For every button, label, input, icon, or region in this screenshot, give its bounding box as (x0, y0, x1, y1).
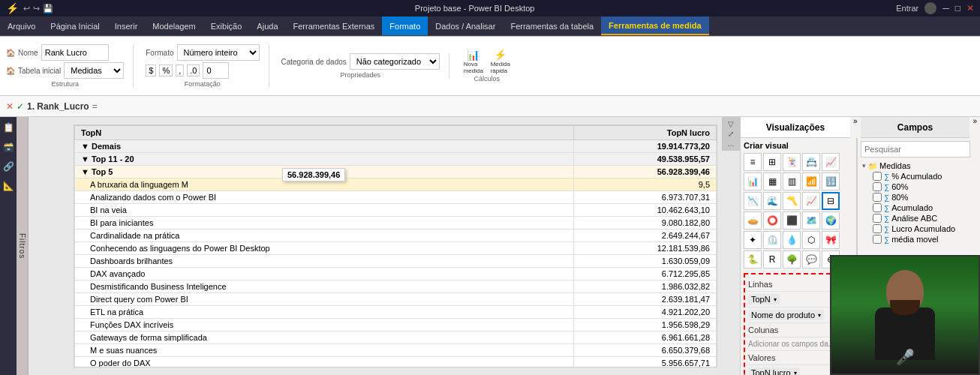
percent-btn[interactable]: % (159, 64, 173, 76)
field-checkbox[interactable] (873, 235, 882, 244)
tabela-inicial-select[interactable]: Medidas (64, 62, 124, 79)
panel-tab-campos[interactable]: Campos (861, 117, 970, 138)
viz-stacked-area[interactable]: 〽️ (783, 192, 801, 210)
topn-lucro-value: TopN lucro ▾ (748, 368, 800, 375)
viz-filled-map[interactable]: 🌍 (822, 212, 840, 230)
viz-multirow[interactable]: 📇 (802, 153, 820, 171)
menu-dados-analisar[interactable]: Dados / Analisar (428, 16, 503, 35)
viz-stacked-bar[interactable]: ▦ (763, 172, 781, 190)
close-formula-icon[interactable]: ✕ (6, 101, 14, 112)
categoria-label: Categoria de dados (281, 58, 347, 66)
cell-value: 56.928.399,46 (573, 166, 717, 178)
field-checkbox[interactable] (873, 193, 882, 202)
viz-funnel[interactable]: ⬡ (802, 231, 820, 249)
formato-select[interactable]: Número inteiro (177, 44, 260, 61)
row-expand-icon[interactable]: ▼ (81, 167, 92, 176)
viz-stacked-col[interactable]: 🔢 (822, 172, 840, 190)
fields-search[interactable] (861, 141, 970, 158)
field-checkbox[interactable] (873, 214, 882, 223)
field-icon: ∑ (884, 204, 889, 212)
currency-btn[interactable]: $ (146, 64, 156, 76)
viz-donut[interactable]: ⭕ (763, 212, 781, 230)
viz-treemap[interactable]: ⬛ (783, 212, 801, 230)
nome-input[interactable] (41, 44, 109, 61)
viz-map[interactable]: 🗺️ (802, 212, 820, 230)
field-item[interactable]: ∑ média movel (861, 234, 970, 244)
viz-nar[interactable]: 💬 (802, 250, 820, 268)
focus-icon[interactable]: ⤢ (728, 130, 734, 138)
field-checkbox[interactable] (873, 172, 882, 181)
menu-formato[interactable]: Formato (382, 16, 428, 35)
entrar-button[interactable]: Entrar (896, 4, 918, 13)
panel-tab-visualizacoes[interactable]: Visualizações (741, 117, 850, 138)
topn-lucro-arrow: ▾ (794, 370, 797, 376)
confirm-formula-icon[interactable]: ✓ (17, 101, 24, 112)
minimize-icon[interactable]: ─ (942, 3, 949, 14)
filters-sidebar[interactable]: Filtros (17, 117, 29, 375)
title-bar-left: ⚡ ↩ ↪ 💾 (6, 2, 53, 14)
maximize-icon[interactable]: □ (955, 3, 960, 14)
viz-scatter[interactable]: ✦ (744, 231, 762, 249)
viz-matrix[interactable]: ⊞ (763, 153, 781, 171)
viz-bar[interactable]: 📊 (744, 172, 762, 190)
menu-ferramentas-tabela[interactable]: Ferramentas da tabela (503, 16, 601, 35)
table-row: Cardinalidade na prática2.649.244,67 (75, 230, 717, 242)
decimal-decrease-btn[interactable]: .0 (187, 64, 200, 76)
viz-r[interactable]: R (763, 250, 781, 268)
menu-ajuda[interactable]: Ajuda (249, 16, 285, 35)
viz-matrix-active[interactable]: ⊟ (822, 192, 840, 210)
nav-dax-icon[interactable]: 📐 (1, 178, 17, 194)
close-icon[interactable]: ✕ (966, 3, 974, 14)
menu-exibicao[interactable]: Exibição (203, 16, 250, 35)
viz-100-bar[interactable]: ▥ (783, 172, 801, 190)
viz-line-cluster[interactable]: 📈 (802, 192, 820, 210)
viz-decomp[interactable]: 🌳 (783, 250, 801, 268)
viz-area[interactable]: 🌊 (763, 192, 781, 210)
viz-line[interactable]: 📉 (744, 192, 762, 210)
viz-ribbon[interactable]: 🎀 (822, 231, 840, 249)
nova-medida-btn[interactable]: 📊 Novamedida (461, 50, 485, 74)
field-item[interactable]: ∑ Lucro Acumulado (861, 224, 970, 234)
group-name: Demais (92, 142, 121, 151)
comma-btn[interactable]: , (176, 64, 184, 76)
viz-cluster-col[interactable]: 📶 (802, 172, 820, 190)
viz-card[interactable]: 🃏 (783, 153, 801, 171)
user-avatar[interactable] (924, 2, 936, 14)
field-checkbox[interactable] (873, 182, 882, 191)
formula-input[interactable] (101, 101, 974, 112)
viz-waterfall[interactable]: 💧 (783, 231, 801, 249)
viz-table[interactable]: ≡ (744, 153, 762, 171)
nav-data-icon[interactable]: 🗃️ (1, 140, 17, 154)
viz-gauge[interactable]: ⏲️ (763, 231, 781, 249)
field-item[interactable]: ∑ 60% (861, 182, 970, 192)
viz-kpi[interactable]: 📈 (822, 153, 840, 171)
menu-modelagem[interactable]: Modelagem (145, 16, 203, 35)
medidas-section[interactable]: ▾ 📁 Medidas (861, 160, 970, 171)
categoria-dados-select[interactable]: Não categorizado (350, 53, 440, 70)
field-item[interactable]: ∑ Análise ABC (861, 213, 970, 224)
menu-pagina-inicial[interactable]: Página Inicial (43, 16, 107, 35)
field-item[interactable]: ∑ Acumulado (861, 202, 970, 213)
menu-ferramentas-medida[interactable]: Ferramentas de medida (601, 16, 709, 35)
row-expand-icon[interactable]: ▼ (81, 154, 92, 164)
menu-arquivo[interactable]: Arquivo (0, 16, 43, 35)
viz-python[interactable]: 🐍 (744, 250, 762, 268)
nav-report-icon[interactable]: 📋 (1, 120, 17, 135)
viz-pie[interactable]: 🥧 (744, 212, 762, 230)
field-item[interactable]: ∑ % Acumulado (861, 171, 970, 182)
mic-icon: 🎤 (896, 348, 915, 366)
decimal-input[interactable] (203, 62, 229, 79)
panel-expand-left[interactable]: » (850, 117, 861, 138)
more-options-icon[interactable]: … (727, 140, 735, 148)
filter-icon[interactable]: ▽ (728, 120, 734, 128)
menu-ferramentas-externas[interactable]: Ferramentas Externas (286, 16, 383, 35)
nav-model-icon[interactable]: 🔗 (1, 159, 17, 174)
row-expand-icon[interactable]: ▼ (81, 142, 92, 151)
medida-rapida-btn[interactable]: ⚡ Medidarápida (488, 50, 513, 74)
menu-inserir[interactable]: Inserir (107, 16, 146, 35)
field-checkbox[interactable] (873, 224, 882, 233)
ribbon-content: 🏠 Nome 🏠 Tabela inicial Medidas Estrutur… (0, 36, 980, 95)
panel-expand-right[interactable]: » (969, 117, 980, 138)
field-item[interactable]: ∑ 80% (861, 192, 970, 202)
field-checkbox[interactable] (873, 203, 882, 212)
